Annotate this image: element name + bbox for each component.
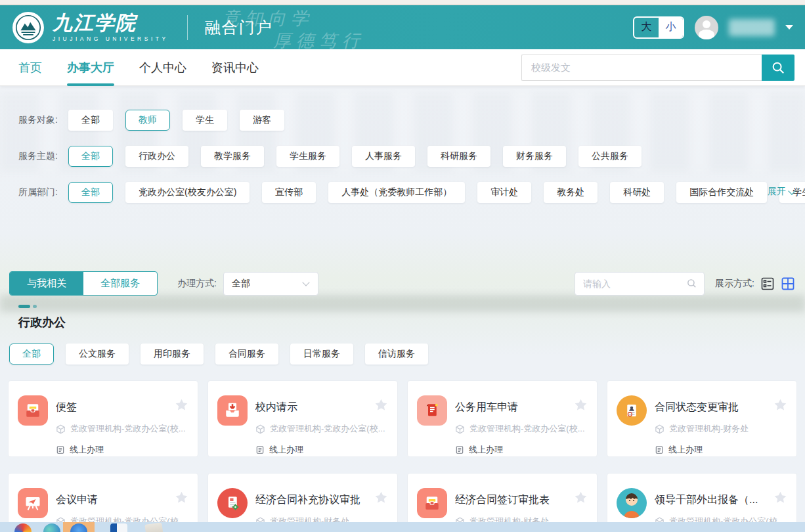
service-title[interactable]: 校内请示 [255,397,387,414]
service-title[interactable]: 经济合同补充协议审批 [255,489,387,507]
service-title[interactable]: 领导干部外出报备（... [655,489,786,507]
method-select-value: 全部 [232,278,250,290]
chip-sub-contract[interactable]: 合同服务 [215,344,278,365]
chip-dept-propaganda[interactable]: 宣传部 [262,182,316,203]
chip-dept-party-office[interactable]: 党政办公室(校友办公室) [125,182,250,203]
chip-dept-audit[interactable]: 审计处 [477,182,531,203]
filter-panel: 服务对象: 全部 教师 学生 游客 服务主题: 全部 行政办公 教学服务 学生服… [0,86,805,203]
font-size-small-button[interactable]: 小 [659,18,683,37]
chevron-down-icon [302,278,309,286]
nav-item-personal-center[interactable]: 个人中心 [139,49,186,86]
service-method: 线上办理 [455,444,586,456]
service-method: 线上办理 [655,444,786,456]
service-title[interactable]: 公务用车申请 [455,397,586,414]
chip-topic-admin[interactable]: 行政办公 [125,146,188,167]
service-title[interactable]: 合同状态变更审批 [655,397,786,414]
method-label: 办理方式: [177,278,217,290]
global-search-button[interactable] [762,55,794,81]
chip-topic-all[interactable]: 全部 [68,146,113,167]
method-select[interactable]: 全部 [223,272,318,296]
global-search-input[interactable] [521,55,762,81]
document-icon [655,445,664,454]
font-size-toggle[interactable]: 大 小 [633,16,684,39]
filter-row-department: 所属部门: 全部 党政办公室(校友办公室) 宣传部 人事处（党委教师工作部） 审… [18,182,787,203]
tab-all-services[interactable]: 全部服务 [83,272,157,295]
chip-topic-public[interactable]: 公共服务 [578,146,642,167]
service-title[interactable]: 会议申请 [56,489,187,507]
global-search [521,55,794,81]
service-title[interactable]: 便签 [56,397,187,414]
user-avatar[interactable] [695,16,718,39]
chip-topic-research[interactable]: 科研服务 [427,146,490,167]
chip-topic-teaching[interactable]: 教学服务 [201,146,264,167]
document-icon [56,445,65,454]
chip-topic-finance[interactable]: 财务服务 [503,146,566,167]
chip-target-teacher[interactable]: 教师 [125,110,170,131]
windows-taskbar[interactable] [0,522,805,532]
chip-sub-official-doc[interactable]: 公文服务 [66,344,129,365]
taskbar-word-icon[interactable] [110,523,127,532]
chip-dept-academic[interactable]: 教务处 [544,182,598,203]
service-card-internal-request[interactable]: 校内请示 党政管理机构-党政办公室(校... 线上办理 [207,380,398,457]
service-card-official-vehicle[interactable]: 公务用车申请 党政管理机构-党政办公室(校... 线上办理 [407,380,598,457]
chip-dept-research[interactable]: 科研处 [610,182,664,203]
nav-item-home[interactable]: 首页 [18,49,42,86]
favorite-star-icon[interactable] [574,398,588,414]
service-card-contract-status-change[interactable]: 合同状态变更审批 党政管理机构-财务处 线上办理 [607,380,797,457]
search-icon [686,278,697,289]
service-org: 党政管理机构-党政办公室(校... [56,423,187,435]
service-cards-grid: 便签 党政管理机构-党政办公室(校... 线上办理 校内 [8,380,797,532]
taskbar-notepad-icon[interactable] [144,522,163,532]
search-icon [771,60,785,75]
contract-gear-icon [217,488,248,518]
service-title[interactable]: 经济合同签订审批表 [455,489,586,507]
chip-target-visitor[interactable]: 游客 [240,110,284,131]
list-view-icon[interactable] [761,277,774,290]
favorite-star-icon[interactable] [574,491,588,507]
university-name-en: JIUJIANG UNIVERSITY [53,36,169,42]
service-org: 党政管理机构-党政办公室(校... [255,423,387,435]
favorite-star-icon[interactable] [374,398,388,414]
service-method: 线上办理 [56,444,187,456]
chip-sub-petition[interactable]: 信访服务 [365,344,428,365]
favorite-star-icon[interactable] [773,398,787,414]
org-cube-icon [255,424,265,434]
display-mode-label: 展示方式: [715,278,754,290]
org-cube-icon [455,424,465,434]
inbox-download-icon [217,395,248,426]
chip-target-student[interactable]: 学生 [183,110,227,131]
chip-topic-hr[interactable]: 人事服务 [352,146,415,167]
expand-departments-link[interactable]: 展开 [768,186,794,198]
filter-row-service-topic: 服务主题: 全部 行政办公 教学服务 学生服务 人事服务 科研服务 财务服务 公… [18,146,787,167]
user-name-redacted[interactable] [729,19,775,36]
user-menu-caret-icon[interactable] [785,25,793,30]
department-label: 所属部门: [18,187,66,198]
chip-sub-all[interactable]: 全部 [9,344,54,365]
scope-segmented-control: 与我相关 全部服务 [9,271,158,296]
chip-target-all[interactable]: 全部 [68,110,113,131]
service-card-memo[interactable]: 便签 党政管理机构-党政办公室(校... 线上办理 [8,380,198,457]
motto-line2: 厚德笃行 [273,30,365,51]
chip-sub-daily[interactable]: 日常服务 [290,344,353,365]
grid-view-icon[interactable] [781,277,794,290]
favorite-star-icon[interactable] [773,491,787,507]
taskbar-photos-icon[interactable] [14,523,32,532]
chip-sub-seal[interactable]: 用印服务 [141,344,204,365]
chip-dept-hr[interactable]: 人事处（党委教师工作部） [328,182,465,203]
motto-line1: 竟知向学 [222,8,365,29]
filter-row-service-target: 服务对象: 全部 教师 学生 游客 [18,110,787,131]
briefcase-note-icon [18,395,48,426]
tab-related-to-me[interactable]: 与我相关 [10,272,83,295]
chip-dept-all[interactable]: 全部 [68,182,113,203]
service-search-input[interactable] [583,278,686,289]
favorite-star-icon[interactable] [175,491,188,507]
favorite-star-icon[interactable] [175,398,188,414]
taskbar-browser-icon[interactable] [43,523,60,532]
nav-item-news-center[interactable]: 资讯中心 [211,49,259,86]
chip-topic-student[interactable]: 学生服务 [276,146,339,167]
font-size-large-button[interactable]: 大 [634,18,659,37]
favorite-star-icon[interactable] [374,491,388,507]
service-org: 党政管理机构-财务处 [655,423,786,435]
nav-item-service-hall[interactable]: 办事大厅 [67,49,114,86]
chip-dept-international[interactable]: 国际合作交流处 [676,182,767,203]
